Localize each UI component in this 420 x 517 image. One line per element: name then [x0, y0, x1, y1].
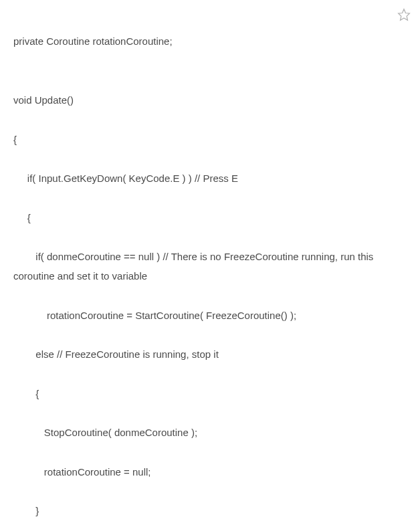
code-line: StopCoroutine( donmeCoroutine );	[13, 423, 408, 442]
code-line: if( Input.GetKeyDown( KeyCode.E ) ) // P…	[13, 169, 408, 188]
code-line: if( donmeCoroutine == null ) // There is…	[13, 247, 408, 286]
code-line: {	[13, 384, 408, 403]
code-line: }	[13, 501, 408, 517]
code-block: private Coroutine rotationCoroutine; voi…	[13, 12, 408, 517]
code-line: {	[13, 130, 408, 149]
code-line: rotationCoroutine = null;	[13, 462, 408, 482]
code-line: rotationCoroutine = StartCoroutine( Free…	[13, 306, 408, 325]
code-line: private Coroutine rotationCoroutine;	[13, 31, 408, 51]
svg-marker-0	[399, 9, 410, 21]
star-icon[interactable]	[397, 8, 411, 21]
code-line: else // FreezeCoroutine is running, stop…	[13, 344, 408, 364]
code-line: {	[13, 208, 408, 227]
code-line: void Update()	[13, 90, 408, 110]
